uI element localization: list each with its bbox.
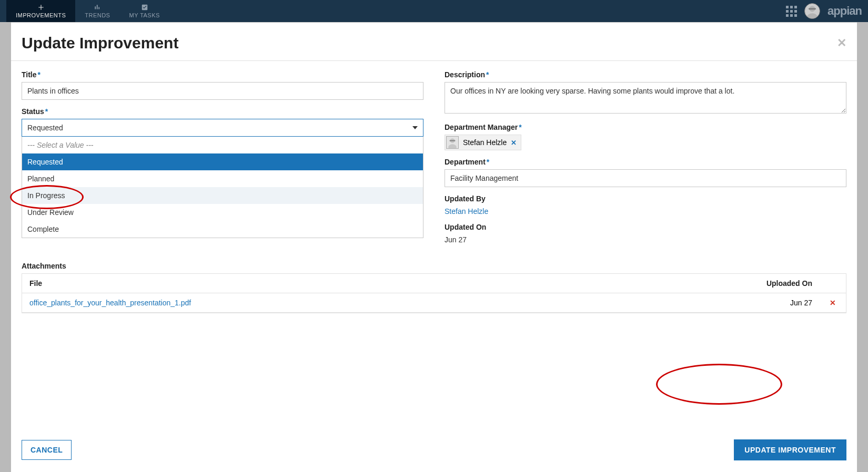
updated-by-group: Updated By Stefan Helzle [445, 194, 846, 216]
uploaded-on-column-header: Uploaded On [593, 274, 820, 293]
modal-title: Update Improvement [22, 34, 178, 52]
avatar-icon [446, 136, 459, 149]
manager-user-chip[interactable]: Stefan Helzle ✕ [445, 135, 521, 150]
updated-on-value: Jun 27 [445, 234, 846, 244]
svg-point-4 [448, 144, 456, 148]
file-column-header: File [22, 274, 593, 293]
manager-label: Department Manager* [445, 123, 846, 131]
form-right-column: Description* Department Manager* Stefan … [445, 70, 846, 251]
updated-on-group: Updated On Jun 27 [445, 223, 846, 244]
remove-chip-icon[interactable]: ✕ [511, 139, 517, 147]
status-select[interactable]: Requested [22, 119, 423, 137]
form-left-column: Title* Status* Requested --- Select a Va… [22, 70, 423, 251]
delete-column-header [820, 278, 846, 289]
updated-on-label: Updated On [445, 223, 846, 231]
status-selected-value: Requested [27, 124, 63, 132]
status-option-requested[interactable]: Requested [22, 153, 423, 170]
status-option-under-review[interactable]: Under Review [22, 204, 423, 221]
attachment-uploaded-on: Jun 27 [593, 293, 820, 312]
attachments-section: Attachments File Uploaded On office_plan… [22, 262, 846, 313]
attachments-label: Attachments [22, 262, 846, 270]
attachments-header-row: File Uploaded On [22, 274, 846, 293]
attachment-file-link[interactable]: office_plants_for_your_health_presentati… [22, 293, 593, 312]
manager-field-group: Department Manager* Stefan Helzle ✕ [445, 123, 846, 150]
department-field-group: Department* Facility Management [445, 158, 846, 187]
update-improvement-modal: Update Improvement ✕ Title* Status* Requ… [11, 22, 857, 472]
status-dropdown-list: --- Select a Value --- Requested Planned… [22, 137, 423, 238]
modal-footer: CANCEL UPDATE IMPROVEMENT [11, 430, 857, 472]
description-label: Description* [445, 70, 846, 79]
status-field-group: Status* Requested --- Select a Value ---… [22, 107, 423, 137]
title-label: Title* [22, 70, 423, 79]
attachments-table: File Uploaded On office_plants_for_your_… [22, 273, 846, 313]
modal-header: Update Improvement ✕ [11, 23, 857, 61]
updated-by-link[interactable]: Stefan Helzle [445, 206, 846, 216]
status-option-planned[interactable]: Planned [22, 170, 423, 187]
department-input[interactable]: Facility Management [445, 169, 846, 187]
title-field-group: Title* [22, 70, 423, 100]
svg-rect-5 [450, 140, 456, 141]
status-label: Status* [22, 107, 423, 116]
update-improvement-button[interactable]: UPDATE IMPROVEMENT [734, 439, 846, 460]
updated-by-label: Updated By [445, 194, 846, 203]
form-columns: Title* Status* Requested --- Select a Va… [22, 70, 846, 251]
status-option-complete[interactable]: Complete [22, 221, 423, 238]
close-icon[interactable]: ✕ [837, 36, 846, 50]
department-label: Department* [445, 158, 846, 166]
description-field-group: Description* [445, 70, 846, 116]
chevron-down-icon [412, 126, 418, 129]
manager-chip-name: Stefan Helzle [463, 138, 507, 147]
attachment-row: office_plants_for_your_health_presentati… [22, 293, 846, 313]
cancel-button[interactable]: CANCEL [22, 440, 72, 460]
status-option-in-progress[interactable]: In Progress [22, 187, 423, 204]
status-option-placeholder[interactable]: --- Select a Value --- [22, 137, 423, 153]
title-input[interactable] [22, 82, 423, 100]
modal-body: Title* Status* Requested --- Select a Va… [11, 61, 857, 430]
description-textarea[interactable] [445, 82, 846, 114]
delete-attachment-icon[interactable]: ✕ [820, 293, 846, 312]
